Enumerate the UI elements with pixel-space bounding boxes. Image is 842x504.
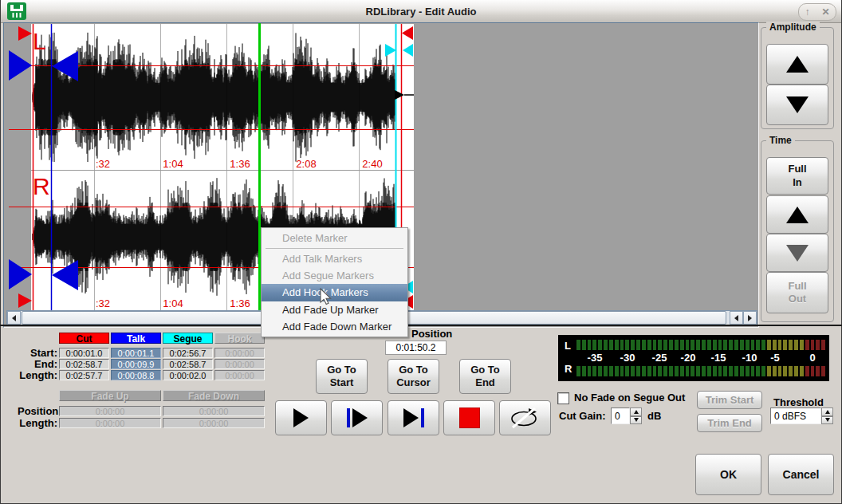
talk-start-handle-left[interactable]: [9, 50, 32, 81]
cut-gain-up-button[interactable]: [630, 408, 642, 416]
go-to-cursor-button[interactable]: Go To Cursor: [388, 359, 439, 394]
meter-segment: [675, 366, 679, 376]
meter-segment: [702, 366, 706, 376]
loop-button[interactable]: [499, 400, 551, 435]
menu-item-add-fade-up-marker[interactable]: Add Fade Up Marker: [262, 301, 407, 318]
scale-tick: 0: [809, 352, 815, 364]
threshold-down-button[interactable]: [821, 416, 833, 425]
meter-segment: [592, 340, 596, 350]
fade-down-header: Fade Down: [163, 390, 265, 401]
meter-segment: [740, 340, 744, 350]
meter-segment: [691, 366, 694, 376]
meter-segment: [729, 340, 733, 350]
ok-button[interactable]: OK: [695, 454, 761, 495]
meter-segment: [642, 340, 646, 350]
title-bar[interactable]: RDLibrary - Edit Audio ↑ ✕: [1, 0, 841, 23]
start-row-label: Start:: [18, 348, 57, 359]
close-window-icon[interactable]: ✕: [821, 7, 829, 17]
time-label: 1:36: [230, 158, 250, 170]
shade-window-icon[interactable]: ↑: [805, 7, 809, 17]
meter-segment: [658, 340, 662, 350]
start-marker-handle-right[interactable]: [18, 293, 32, 308]
time-label: 2:40: [362, 158, 382, 170]
scroll-left-button[interactable]: [7, 311, 21, 325]
time-full-in-button[interactable]: Full In: [766, 157, 828, 195]
talk-end-value: 0:00:09.9: [111, 359, 161, 369]
meter-segment: [588, 340, 592, 350]
go-to-end-button[interactable]: Go To End: [459, 359, 511, 394]
start-marker-handle-left[interactable]: [18, 26, 32, 41]
meter-segment: [588, 366, 592, 376]
time-full-out-button[interactable]: Full Out: [766, 272, 828, 313]
cut-length-value: 0:02:57.7: [59, 370, 109, 380]
meter-segment: [800, 366, 804, 376]
menu-item-add-segue-markers[interactable]: Add Segue Markers: [262, 267, 407, 284]
trim-end-button[interactable]: Trim End: [697, 414, 762, 432]
menu-item-add-fade-down-marker[interactable]: Add Fade Down Marker: [262, 318, 407, 335]
right-channel-label: R: [33, 173, 50, 199]
time-label: :32: [96, 158, 110, 170]
threshold-input[interactable]: 0 dBFS: [770, 408, 821, 424]
cut-gain-input[interactable]: 0: [611, 408, 630, 424]
meter-segment: [680, 366, 684, 376]
meter-segment: [805, 340, 809, 350]
play-to-button[interactable]: [388, 400, 439, 435]
scroll-left-button-2[interactable]: [730, 311, 743, 325]
meter-segment: [756, 366, 760, 376]
marker-table-header-row: Cut Talk Segue Hook: [18, 333, 265, 344]
segue-length-value: 0:00:02.0: [163, 370, 213, 380]
meter-segment: [746, 366, 750, 376]
talk-start-handle-right[interactable]: [9, 259, 32, 289]
meter-segment: [789, 366, 793, 376]
menu-item-add-hook-markers[interactable]: Add Hook Markers: [262, 284, 407, 301]
menu-item-add-talk-markers[interactable]: Add Talk Markers: [262, 250, 407, 267]
cut-gain-down-button[interactable]: [630, 416, 642, 425]
time-zoom-out-button[interactable]: [766, 234, 828, 272]
meter-segment: [636, 366, 640, 376]
time-group: Time Full In Full Out: [761, 140, 834, 322]
talk-column-header: Talk: [111, 333, 161, 344]
amplitude-group-title: Amplitude: [766, 22, 820, 33]
meter-segment: [756, 340, 760, 350]
arrow-down-icon: [786, 96, 809, 113]
cancel-button[interactable]: Cancel: [768, 454, 834, 495]
scale-tick: -25: [652, 352, 667, 364]
arrow-up-icon: [786, 207, 809, 223]
fade-up-length-value: 0:00:00: [59, 418, 161, 428]
meter-segment: [691, 340, 694, 350]
play-button[interactable]: [275, 400, 327, 435]
meter-segment: [631, 340, 635, 350]
threshold-up-button[interactable]: [821, 408, 833, 416]
meter-segment: [778, 340, 782, 350]
cut-column-header: Cut: [59, 333, 109, 344]
window-title: RDLibrary - Edit Audio: [1, 6, 841, 18]
time-label: 2:08: [296, 158, 316, 170]
cut-end-value: 0:02:58.7: [59, 359, 109, 369]
play-icon: [293, 408, 309, 427]
scroll-right-button[interactable]: [743, 311, 757, 325]
play-from-button[interactable]: [331, 400, 383, 435]
meter-segment: [598, 366, 602, 376]
stop-button[interactable]: [443, 400, 495, 435]
menu-separator: [266, 248, 403, 249]
meter-segment: [816, 366, 820, 376]
talk-length-value: 0:00:08.8: [111, 370, 161, 380]
time-zoom-in-button[interactable]: [766, 195, 828, 234]
meter-segment: [718, 340, 722, 350]
go-to-start-button[interactable]: Go To Start: [316, 359, 368, 394]
table-row-fade-position: Position: 0:00:00 0:00:00: [18, 406, 265, 417]
no-fade-segue-checkbox[interactable]: [557, 392, 569, 404]
cut-start-value: 0:00:01.0: [59, 348, 109, 358]
full-in-label: Full In: [784, 163, 811, 189]
meter-segment: [653, 340, 657, 350]
amplitude-up-button[interactable]: [766, 44, 828, 85]
trim-start-button[interactable]: Trim Start: [697, 391, 762, 409]
meter-segment: [794, 366, 798, 376]
panel-divider: [0, 325, 842, 326]
meter-segment: [631, 366, 635, 376]
meter-segment: [805, 366, 809, 376]
amplitude-down-button[interactable]: [766, 85, 828, 125]
menu-item-delete-marker[interactable]: Delete Marker: [262, 230, 407, 246]
audio-level-meter: L R -35 -30 -25 -20 -15 -10 -5 0: [558, 335, 829, 381]
meter-segment: [713, 340, 717, 350]
